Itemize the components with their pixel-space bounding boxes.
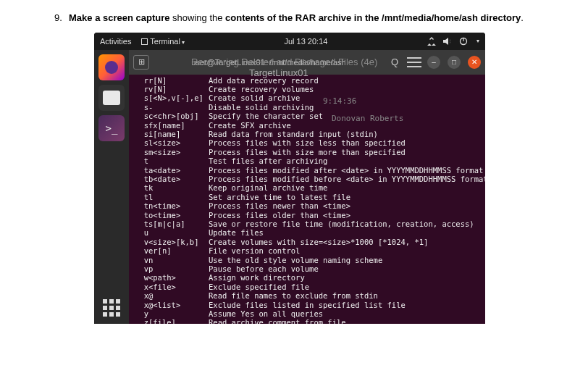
maximize-button[interactable]: □ — [448, 56, 461, 69]
new-tab-button[interactable]: ⊞ — [133, 55, 149, 70]
gnome-topbar: Activities Terminal▾ Jul 13 20:14 ▾ — [94, 33, 485, 50]
terminal-line: si[name]Read data from standard input (s… — [135, 130, 479, 138]
terminal-line: ts[m|c|a]Save or restore file time (modi… — [135, 219, 479, 228]
watermark-time: 9:14:36 — [323, 97, 356, 106]
terminal-titlebar: ⊞ Recovering Deleted and Damaged Files (… — [129, 50, 485, 75]
terminal-line: x@<list>Exclude files listed in specifie… — [135, 301, 479, 309]
terminal-line: tTest files after archiving — [135, 156, 479, 165]
terminal-line: ver[n]File version control — [135, 246, 479, 255]
svg-rect-1 — [463, 38, 463, 41]
watermark-name: Donovan Roberts — [332, 114, 403, 123]
terminal-line: to<time>Process files older than <time> — [135, 211, 479, 219]
watermark-line1: Recovering Deleted and Damaged Files (4e… — [191, 57, 377, 67]
files-dock-icon[interactable] — [98, 85, 125, 111]
show-apps-icon[interactable] — [103, 299, 120, 317]
system-status-area[interactable]: ▾ — [427, 37, 479, 46]
terminal-line: s-Disable solid archiving — [135, 103, 479, 112]
terminal-window: ⊞ Recovering Deleted and Damaged Files (… — [129, 50, 485, 324]
terminal-line: w<path>Assign work directory — [135, 273, 479, 282]
network-icon — [427, 37, 436, 46]
terminal-line: sm<size>Process files with size more tha… — [135, 148, 479, 156]
terminal-line: uUpdate files — [135, 228, 479, 237]
clock[interactable]: Jul 13 20:14 — [185, 37, 427, 46]
terminal-line: sl<size>Process files with size less tha… — [135, 138, 479, 147]
terminal-line: vpPause before each volume — [135, 264, 479, 273]
terminal-line: x<file>Exclude specified file — [135, 283, 479, 291]
firefox-dock-icon[interactable] — [98, 54, 125, 80]
chevron-down-icon: ▾ — [476, 38, 479, 44]
terminal-line: rr[N]Add data recovery record — [135, 76, 479, 85]
volume-icon — [443, 37, 452, 46]
search-icon[interactable]: Q — [388, 57, 401, 67]
power-icon — [459, 37, 468, 46]
hamburger-menu-icon[interactable] — [407, 57, 421, 67]
ubuntu-dock: >_ — [94, 50, 129, 324]
activities-button[interactable]: Activities — [100, 37, 131, 46]
terminal-line: vnUse the old style volume naming scheme — [135, 256, 479, 264]
terminal-dock-icon[interactable]: >_ — [98, 115, 125, 141]
terminal-topbar-icon — [141, 38, 148, 45]
minimize-button[interactable]: – — [427, 56, 440, 69]
app-menu[interactable]: Terminal▾ — [141, 37, 184, 46]
ubuntu-desktop-screenshot: Activities Terminal▾ Jul 13 20:14 ▾ >_ ⊞ — [94, 33, 485, 324]
terminal-line: ta<date>Process files modified after <da… — [135, 166, 479, 175]
terminal-line: rv[N]Create recovery volumes — [135, 85, 479, 93]
terminal-line: sfx[name]Create SFX archive — [135, 121, 479, 130]
terminal-line: v<size>[k,b]Create volumes with size=<si… — [135, 238, 479, 246]
terminal-line: z[file]Read archive comment from file — [135, 318, 479, 323]
close-button[interactable]: ✕ — [468, 56, 481, 69]
window-title: Recovering Deleted and Damaged Files (4e… — [155, 58, 382, 67]
terminal-line: s[<N>,v[-],e]Create solid archive — [135, 93, 479, 102]
terminal-line: tkKeep original archive time — [135, 183, 479, 192]
terminal-line: yAssume Yes on all queries — [135, 309, 479, 318]
terminal-line: sc<chr>[obj]Specify the character set — [135, 112, 479, 120]
instruction-text: 9. Make a screen capture showing the con… — [0, 0, 588, 33]
terminal-line: x@Read file names to exclude from stdin — [135, 291, 479, 300]
instruction-number: 9. — [54, 11, 62, 25]
terminal-line: tb<date>Process files modified before <d… — [135, 175, 479, 183]
terminal-line: tlSet archive time to latest file — [135, 193, 479, 201]
terminal-line: tn<time>Process files newer than <time> — [135, 201, 479, 210]
terminal-output[interactable]: 9:14:36 Donovan Roberts rr[N]Add data re… — [129, 75, 485, 324]
